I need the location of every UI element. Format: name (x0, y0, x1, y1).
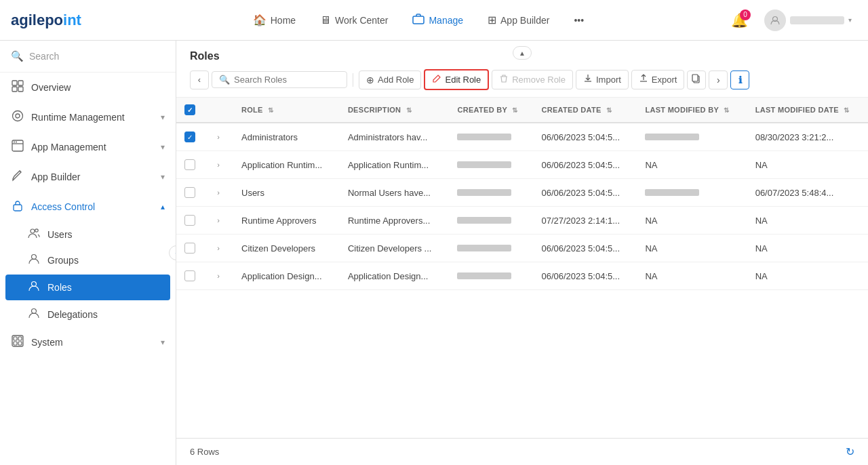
created-by-cell (449, 151, 533, 179)
app-builder-icon (11, 169, 24, 184)
expand-cell[interactable]: › (203, 123, 233, 151)
description-cell: Normal Users have... (340, 179, 450, 207)
expand-row-button[interactable]: › (212, 130, 225, 144)
sidebar-item-app-builder[interactable]: App Builder ▾ (0, 162, 176, 192)
checkbox-cell[interactable] (176, 235, 203, 262)
checkbox-cell[interactable] (176, 151, 203, 179)
sidebar-item-runtime-management[interactable]: Runtime Management ▾ (0, 102, 176, 132)
app-builder-label: App Builder (31, 171, 154, 182)
expand-cell[interactable]: › (203, 179, 233, 207)
expand-cell[interactable]: › (203, 262, 233, 290)
remove-role-button[interactable]: Remove Role (492, 70, 573, 89)
select-all-header[interactable]: ✓ (176, 98, 203, 123)
blurred-text (457, 134, 511, 140)
created-date-cell: 07/27/2023 2:14:1... (533, 207, 637, 235)
briefcase-icon (412, 14, 425, 27)
last-modified-by-cell: NA (637, 262, 747, 290)
sidebar-item-app-management[interactable]: App Management ▾ (0, 132, 176, 162)
info-icon: ℹ (738, 75, 742, 85)
checkbox-cell[interactable] (176, 207, 203, 235)
nav-workcenter[interactable]: 🖥 Work Center (311, 9, 397, 32)
expand-row-button[interactable]: › (212, 214, 225, 227)
add-role-button[interactable]: ⊕ Add Role (359, 70, 421, 89)
sidebar-item-overview[interactable]: Overview (0, 73, 176, 102)
created-date-cell: 06/06/2023 5:04:5... (533, 151, 637, 179)
sidebar-item-delegations[interactable]: Delegations (0, 302, 176, 327)
notification-button[interactable]: 🔔 0 (728, 9, 751, 31)
svg-rect-11 (14, 205, 22, 211)
back-button[interactable]: ‹ (190, 70, 209, 89)
sidebar-item-access-control[interactable]: Access Control ▴ (0, 192, 176, 222)
search-roles-input[interactable] (234, 75, 340, 85)
search-icon: 🔍 (11, 50, 24, 62)
user-menu-button[interactable]: ▾ (759, 7, 857, 34)
svg-point-9 (14, 142, 15, 143)
checkbox-cell[interactable] (176, 262, 203, 290)
trash-icon (499, 74, 509, 85)
info-button[interactable]: ℹ (730, 70, 749, 89)
checkbox-cell[interactable]: ✓ (176, 123, 203, 151)
last-modified-date-cell: NA (747, 262, 868, 290)
search-roles-field[interactable]: 🔍 (212, 71, 347, 88)
app-management-icon (11, 140, 24, 155)
expand-cell[interactable]: › (203, 151, 233, 179)
row-checkbox-2[interactable] (184, 187, 195, 198)
brand-logo[interactable]: agilepoint (11, 12, 81, 29)
nav-home[interactable]: 🏠 Home (243, 8, 305, 32)
import-button[interactable]: Import (576, 70, 629, 89)
logo-text: agilepoint (11, 12, 81, 29)
row-checkbox-5[interactable] (184, 270, 195, 281)
nav-more[interactable]: ••• (564, 9, 593, 31)
last-modified-by-cell: NA (637, 207, 747, 235)
svg-rect-2 (12, 81, 17, 85)
role-column-header[interactable]: ROLE ⇅ (233, 98, 340, 123)
svg-point-10 (16, 142, 17, 143)
edit-role-button[interactable]: Edit Role (424, 69, 489, 90)
copy-button[interactable] (687, 70, 706, 89)
chevron-down-icon-system: ▾ (161, 338, 165, 347)
last-modified-date-cell: NA (747, 235, 868, 262)
table-footer: 6 Rows ↻ (176, 438, 868, 465)
next-page-button[interactable]: › (709, 70, 728, 89)
delegations-label: Delegations (47, 309, 165, 320)
row-checkbox-1[interactable] (184, 159, 195, 170)
svg-point-12 (31, 229, 35, 233)
expand-cell[interactable]: › (203, 207, 233, 235)
expand-cell[interactable]: › (203, 235, 233, 262)
collapse-top-button[interactable]: ▲ (513, 46, 532, 60)
svg-rect-19 (18, 337, 22, 340)
row-checkbox-4[interactable] (184, 243, 195, 254)
last-modified-by-cell: NA (637, 151, 747, 179)
export-button[interactable]: Export (631, 70, 685, 89)
export-icon (639, 74, 648, 85)
nav-appbuilder[interactable]: ⊞ App Builder (478, 8, 559, 32)
content-area: ▲ Roles ‹ 🔍 ⊕ Add Role (176, 41, 868, 465)
refresh-button[interactable]: ↻ (846, 445, 854, 458)
svg-rect-21 (18, 342, 22, 345)
table-row: › Runtime Approvers Runtime Approvers...… (176, 207, 868, 235)
description-cell: Citizen Developers ... (340, 235, 450, 262)
row-checkbox-0[interactable]: ✓ (184, 132, 195, 142)
checkbox-cell[interactable] (176, 179, 203, 207)
last-modified-by-column-header[interactable]: LAST MODIFIED BY ⇅ (637, 98, 747, 123)
description-column-header[interactable]: DESCRIPTION ⇅ (340, 98, 450, 123)
created-date-column-header[interactable]: CREATED DATE ⇅ (533, 98, 637, 123)
blurred-text (645, 189, 699, 196)
select-all-checkbox[interactable]: ✓ (184, 104, 195, 115)
grid-icon: ⊞ (488, 14, 496, 26)
sidebar-item-groups[interactable]: Groups (0, 247, 176, 273)
row-checkbox-3[interactable] (184, 215, 195, 226)
expand-row-button[interactable]: › (212, 241, 225, 255)
created-by-column-header[interactable]: CREATED BY ⇅ (449, 98, 533, 123)
sidebar-search[interactable]: 🔍 Search (0, 41, 176, 73)
sidebar-item-users[interactable]: Users (0, 222, 176, 247)
expand-row-button[interactable]: › (212, 269, 225, 283)
expand-row-button[interactable]: › (212, 186, 225, 199)
blurred-text (457, 161, 511, 168)
sidebar-item-roles[interactable]: Roles (5, 275, 170, 300)
expand-row-button[interactable]: › (212, 158, 225, 171)
last-modified-date-column-header[interactable]: LAST MODIFIED DATE ⇅ (747, 98, 868, 123)
nav-manage[interactable]: Manage (403, 8, 473, 33)
table-row: › Users Normal Users have... 06/06/2023 … (176, 179, 868, 207)
sidebar-item-system[interactable]: System ▾ (0, 327, 176, 357)
